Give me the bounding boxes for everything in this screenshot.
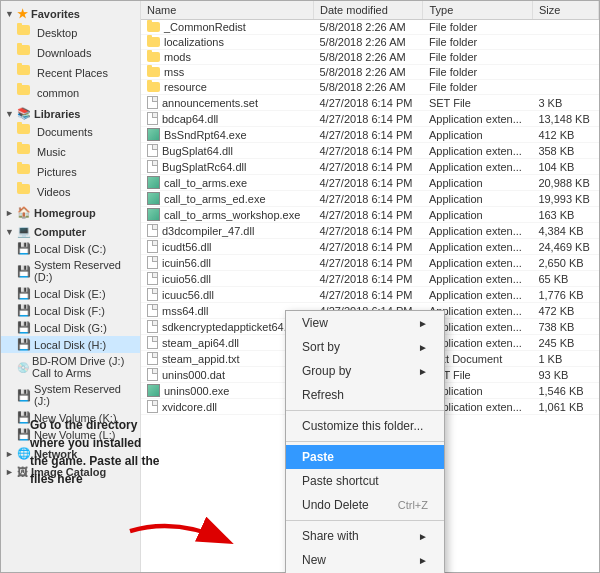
context-menu-item[interactable]: View► — [286, 311, 444, 335]
file-size: 1,776 KB — [532, 287, 598, 303]
context-menu-separator — [286, 410, 444, 411]
file-name: d3dcompiler_47.dll — [141, 223, 313, 239]
favorites-header[interactable]: ▼ ★ Favorites — [1, 5, 140, 23]
table-row[interactable]: mods 5/8/2018 2:26 AM File folder — [141, 50, 599, 65]
disk-d-icon: 💾 — [17, 265, 31, 278]
table-row[interactable]: icuio56.dll 4/27/2018 6:14 PM Applicatio… — [141, 271, 599, 287]
favorites-arrow: ▼ — [5, 9, 14, 19]
file-type: Application exten... — [423, 255, 532, 271]
file-name: BsSndRpt64.exe — [141, 127, 313, 143]
table-row[interactable]: mss 5/8/2018 2:26 AM File folder — [141, 65, 599, 80]
file-size: 20,988 KB — [532, 175, 598, 191]
downloads-label: Downloads — [37, 47, 91, 59]
sidebar-item-g[interactable]: 💾 Local Disk (G:) — [1, 319, 140, 336]
network-icon: 🌐 — [17, 447, 31, 460]
sidebar-item-c[interactable]: 💾 Local Disk (C:) — [1, 240, 140, 257]
file-name: call_to_arms.exe — [141, 175, 313, 191]
homegroup-section: ► 🏠 Homegroup — [1, 204, 140, 221]
table-row[interactable]: icuin56.dll 4/27/2018 6:14 PM Applicatio… — [141, 255, 599, 271]
table-row[interactable]: d3dcompiler_47.dll 4/27/2018 6:14 PM App… — [141, 223, 599, 239]
table-row[interactable]: localizations 5/8/2018 2:26 AM File fold… — [141, 35, 599, 50]
context-menu-item[interactable]: New► — [286, 548, 444, 572]
file-name: localizations — [141, 35, 313, 50]
pictures-label: Pictures — [37, 166, 77, 178]
col-date[interactable]: Date modified — [313, 1, 422, 20]
documents-icon — [17, 124, 33, 140]
file-size: 19,993 KB — [532, 191, 598, 207]
file-name: mods — [141, 50, 313, 65]
sidebar-item-videos[interactable]: Videos — [1, 182, 140, 202]
file-type: Application exten... — [423, 223, 532, 239]
col-size[interactable]: Size — [532, 1, 598, 20]
sidebar-item-music[interactable]: Music — [1, 142, 140, 162]
col-type[interactable]: Type — [423, 1, 532, 20]
context-menu-item[interactable]: Customize this folder... — [286, 414, 444, 438]
table-row[interactable]: BsSndRpt64.exe 4/27/2018 6:14 PM Applica… — [141, 127, 599, 143]
table-row[interactable]: BugSplat64.dll 4/27/2018 6:14 PM Applica… — [141, 143, 599, 159]
table-row[interactable]: call_to_arms_ed.exe 4/27/2018 6:14 PM Ap… — [141, 191, 599, 207]
table-row[interactable]: call_to_arms_workshop.exe 4/27/2018 6:14… — [141, 207, 599, 223]
file-name: mss — [141, 65, 313, 80]
pictures-icon — [17, 164, 33, 180]
table-row[interactable]: bdcap64.dll 4/27/2018 6:14 PM Applicatio… — [141, 111, 599, 127]
desktop-icon — [17, 25, 33, 41]
recent-icon — [17, 65, 33, 81]
file-size: 2,650 KB — [532, 255, 598, 271]
file-name: icuio56.dll — [141, 271, 313, 287]
file-size: 358 KB — [532, 143, 598, 159]
ctx-item-arrow: ► — [418, 531, 428, 542]
sidebar-item-common[interactable]: common — [1, 83, 140, 103]
context-menu-item[interactable]: Paste — [286, 445, 444, 469]
context-menu-item[interactable]: Group by► — [286, 359, 444, 383]
table-row[interactable]: icuuc56.dll 4/27/2018 6:14 PM Applicatio… — [141, 287, 599, 303]
sidebar-item-pictures[interactable]: Pictures — [1, 162, 140, 182]
table-row[interactable]: call_to_arms.exe 4/27/2018 6:14 PM Appli… — [141, 175, 599, 191]
sidebar-item-j-sys[interactable]: 💾 System Reserved (J:) — [1, 381, 140, 409]
file-type: File folder — [423, 80, 532, 95]
documents-label: Documents — [37, 126, 93, 138]
sidebar-item-documents[interactable]: Documents — [1, 122, 140, 142]
file-date: 4/27/2018 6:14 PM — [313, 239, 422, 255]
computer-arrow: ▼ — [5, 227, 14, 237]
table-header-row: Name Date modified Type Size — [141, 1, 599, 20]
context-menu-item[interactable]: Sort by► — [286, 335, 444, 359]
file-type: Application exten... — [423, 287, 532, 303]
file-size: 738 KB — [532, 319, 598, 335]
table-row[interactable]: icudt56.dll 4/27/2018 6:14 PM Applicatio… — [141, 239, 599, 255]
recent-label: Recent Places — [37, 67, 108, 79]
table-row[interactable]: _CommonRedist 5/8/2018 2:26 AM File fold… — [141, 20, 599, 35]
context-menu-item[interactable]: Paste shortcut — [286, 469, 444, 493]
music-icon — [17, 144, 33, 160]
context-menu-item[interactable]: Share with► — [286, 524, 444, 548]
file-type: Application exten... — [423, 239, 532, 255]
file-type: File folder — [423, 35, 532, 50]
context-menu-item[interactable]: Refresh — [286, 383, 444, 407]
sidebar-item-f[interactable]: 💾 Local Disk (F:) — [1, 302, 140, 319]
homegroup-label: Homegroup — [34, 207, 96, 219]
table-row[interactable]: BugSplatRc64.dll 4/27/2018 6:14 PM Appli… — [141, 159, 599, 175]
file-size: 472 KB — [532, 303, 598, 319]
file-type: Application exten... — [423, 271, 532, 287]
file-type: Application — [423, 207, 532, 223]
sidebar-item-recent[interactable]: Recent Places — [1, 63, 140, 83]
computer-header[interactable]: ▼ 💻 Computer — [1, 223, 140, 240]
sidebar-item-e[interactable]: 💾 Local Disk (E:) — [1, 285, 140, 302]
sidebar-item-downloads[interactable]: Downloads — [1, 43, 140, 63]
context-menu-item[interactable]: Undo DeleteCtrl+Z — [286, 493, 444, 517]
table-row[interactable]: resource 5/8/2018 2:26 AM File folder — [141, 80, 599, 95]
col-name[interactable]: Name — [141, 1, 313, 20]
file-date: 4/27/2018 6:14 PM — [313, 223, 422, 239]
sidebar-item-h[interactable]: 💾 Local Disk (H:) — [1, 336, 140, 353]
sidebar-item-desktop[interactable]: Desktop — [1, 23, 140, 43]
table-row[interactable]: announcements.set 4/27/2018 6:14 PM SET … — [141, 95, 599, 111]
sidebar-item-j-dvd[interactable]: 💿 BD-ROM Drive (J:) Call to Arms — [1, 353, 140, 381]
context-menu-separator — [286, 441, 444, 442]
file-date: 4/27/2018 6:14 PM — [313, 111, 422, 127]
music-label: Music — [37, 146, 66, 158]
homegroup-header[interactable]: ► 🏠 Homegroup — [1, 204, 140, 221]
ctx-item-label: View — [302, 316, 328, 330]
libraries-section: ▼ 📚 Libraries Documents Music Pictures — [1, 105, 140, 202]
sidebar-item-d[interactable]: 💾 System Reserved (D:) — [1, 257, 140, 285]
file-name: icudt56.dll — [141, 239, 313, 255]
libraries-header[interactable]: ▼ 📚 Libraries — [1, 105, 140, 122]
